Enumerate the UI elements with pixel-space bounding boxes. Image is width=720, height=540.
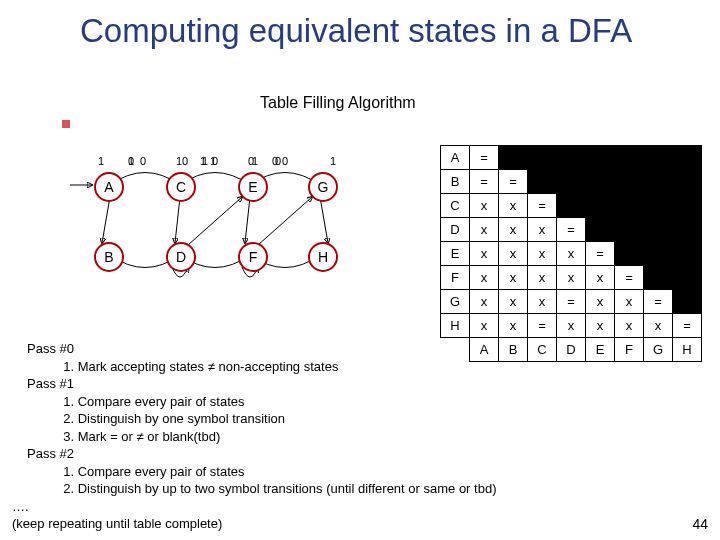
pass0-label: Pass #0 [12,340,74,358]
state-A: A [94,172,124,202]
state-H: H [308,242,338,272]
state-B: B [94,242,124,272]
equivalence-table: A= B== Cxx= Dxxx= Exxxx= Fxxxxx= Gxxx=xx… [440,145,702,362]
edge-label: 0 [140,155,146,167]
page-number: 44 [692,516,708,532]
state-F: F [238,242,268,272]
state-E: E [238,172,268,202]
edge-label: 0 [248,155,254,167]
svg-line-2 [245,197,250,243]
svg-line-1 [175,197,180,243]
edge-label: 0 [182,155,188,167]
state-C: C [166,172,196,202]
pass2-label: Pass #2 [12,445,74,463]
slide-title: Computing equivalent states in a DFA [80,12,680,50]
state-G: G [308,172,338,202]
edge-label: 1 [98,155,104,167]
bullet-square-icon [62,120,70,128]
dots: …. [12,499,29,514]
slide-subtitle: Table Filling Algorithm [260,94,416,112]
edge-label: 0 [275,155,281,167]
edge-label: 1 [330,155,336,167]
edge-label: 1 [176,155,182,167]
keep-repeating: (keep repeating until table complete) [12,516,222,531]
svg-line-4 [188,197,242,245]
state-D: D [166,242,196,272]
svg-line-0 [102,197,110,243]
edge-label: 1 [128,155,134,167]
svg-line-5 [258,197,312,245]
cell: = [470,146,499,170]
svg-line-3 [320,197,328,243]
pass1-label: Pass #1 [12,375,74,393]
row-hdr: A [441,146,470,170]
edge-label: 0 [282,155,288,167]
dfa-diagram: A C E G B D F H 0 1 0 1 0 1 0 1 1 1 1 0 … [80,155,370,305]
edge-label: 0 [212,155,218,167]
edge-label: 1 [202,155,208,167]
cell-black [499,146,528,170]
passes-text: Pass #0 1. Mark accepting states ≠ non-a… [12,340,702,533]
